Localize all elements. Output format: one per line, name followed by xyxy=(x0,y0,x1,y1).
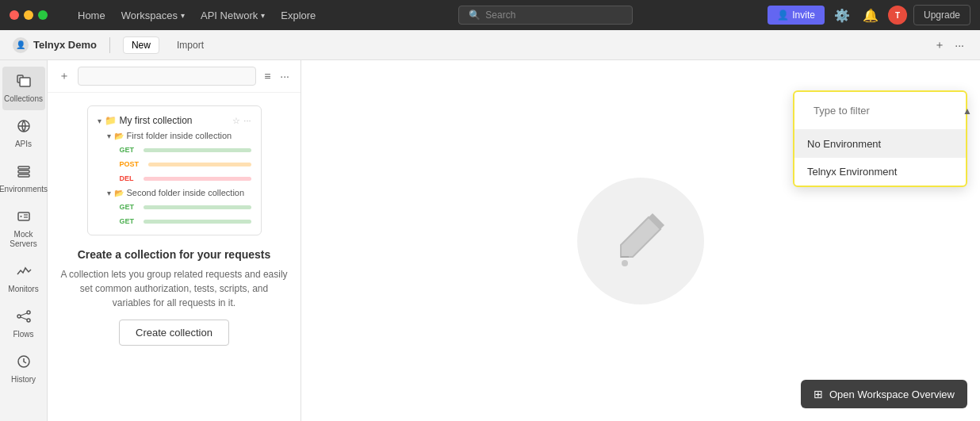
request-row: POST xyxy=(113,157,255,171)
sidebar-item-collections[interactable]: Collections xyxy=(2,67,45,110)
toggle-icon: ▾ xyxy=(98,117,101,125)
workspace-icon: ⊞ xyxy=(813,388,823,400)
request-row: DEL xyxy=(113,171,255,186)
import-button[interactable]: Import xyxy=(169,37,212,53)
request-line xyxy=(148,163,251,166)
titlebar-nav: Home Workspaces ▾ API Network ▾ Explore xyxy=(70,6,323,25)
divider xyxy=(109,37,110,53)
panel-content: ▾ 📁 My first collection ☆ ··· ▾ 📂 First … xyxy=(48,93,301,421)
nav-home[interactable]: Home xyxy=(70,6,113,25)
svg-point-18 xyxy=(622,260,628,266)
workspace-bar: 👤 Telnyx Demo New Import ＋ ··· xyxy=(0,30,980,60)
sidebar: Collections APIs Environmen xyxy=(0,60,48,421)
search-area: 🔍 Search xyxy=(330,6,761,25)
request-row: GET xyxy=(113,214,255,228)
request-line xyxy=(144,220,251,224)
collections-search-input[interactable] xyxy=(78,67,256,86)
notifications-button[interactable]: 🔔 xyxy=(859,5,882,26)
add-tab-button[interactable]: ＋ xyxy=(931,35,948,55)
settings-button[interactable]: ⚙️ xyxy=(831,5,853,26)
svg-point-8 xyxy=(20,216,21,217)
method-get: GET xyxy=(117,216,138,226)
environment-option-none[interactable]: No Environment xyxy=(794,130,966,158)
new-button[interactable]: New xyxy=(123,36,159,54)
nav-api-network[interactable]: API Network ▾ xyxy=(193,6,273,25)
nav-workspaces[interactable]: Workspaces ▾ xyxy=(113,6,193,25)
svg-rect-1 xyxy=(20,78,30,86)
sidebar-item-mock-servers[interactable]: Mock Servers xyxy=(2,202,45,255)
add-collection-button[interactable]: ＋ xyxy=(57,67,71,85)
star-icon: ☆ xyxy=(232,116,240,126)
environment-dropdown: ▲ No Environment Telnyx Environment xyxy=(793,90,967,187)
toggle-icon: ▾ xyxy=(107,132,111,140)
workspace-user[interactable]: 👤 Telnyx Demo xyxy=(13,37,97,53)
sidebar-item-flows[interactable]: Flows xyxy=(2,302,45,346)
chevron-down-icon: ▾ xyxy=(181,11,185,20)
environments-icon xyxy=(16,163,32,183)
request-row: GET xyxy=(113,143,255,157)
monitors-label: Monitors xyxy=(8,285,38,294)
sort-button[interactable]: ≡ xyxy=(262,68,272,84)
request-row: GET xyxy=(113,200,255,214)
illustration xyxy=(577,178,704,304)
apis-icon xyxy=(16,118,32,138)
upgrade-button[interactable]: Upgrade xyxy=(913,5,970,25)
environments-label: Environments xyxy=(0,185,48,194)
sidebar-item-history[interactable]: History xyxy=(2,347,45,391)
minimize-button[interactable] xyxy=(24,10,33,20)
method-get: GET xyxy=(117,202,138,212)
more-options-button[interactable]: ··· xyxy=(951,36,967,55)
create-collection-button[interactable]: Create collection xyxy=(119,320,229,346)
workspace-overview-button[interactable]: ⊞ Open Workspace Overview xyxy=(801,380,967,408)
close-button[interactable] xyxy=(10,10,19,20)
apis-label: APIs xyxy=(15,140,32,149)
environment-filter-input[interactable] xyxy=(804,98,956,123)
mock-servers-label: Mock Servers xyxy=(6,230,42,249)
avatar[interactable]: T xyxy=(888,6,907,25)
nav-explore[interactable]: Explore xyxy=(273,6,323,25)
flows-label: Flows xyxy=(13,330,33,339)
titlebar: Home Workspaces ▾ API Network ▾ Explore … xyxy=(0,0,980,30)
environment-option-telnyx[interactable]: Telnyx Environment xyxy=(794,158,966,186)
collection-preview: ▾ 📁 My first collection ☆ ··· ▾ 📂 First … xyxy=(87,105,262,235)
titlebar-right: 👤 Invite ⚙️ 🔔 T Upgrade xyxy=(768,5,970,26)
collections-label: Collections xyxy=(4,94,43,104)
request-line xyxy=(144,205,251,209)
svg-line-14 xyxy=(21,313,27,316)
folder-row-1: ▾ 📂 First folder inside collection xyxy=(104,128,255,143)
method-delete: DEL xyxy=(117,174,137,183)
main-layout: Collections APIs Environmen xyxy=(0,60,980,421)
collections-icon xyxy=(16,73,32,93)
folder-row-2: ▾ 📂 Second folder inside collection xyxy=(104,186,255,200)
method-post: POST xyxy=(117,159,143,169)
chevron-up-icon[interactable]: ▲ xyxy=(963,105,972,117)
collection-row: ▾ 📁 My first collection ☆ ··· xyxy=(94,113,255,128)
invite-button[interactable]: 👤 Invite xyxy=(768,6,825,25)
workspace-right: ＋ ··· xyxy=(931,35,967,55)
svg-point-11 xyxy=(17,315,21,318)
dropdown-search-area: ▲ xyxy=(794,92,966,130)
svg-point-12 xyxy=(27,311,30,314)
mock-servers-icon xyxy=(16,209,32,228)
invite-icon: 👤 xyxy=(777,10,789,21)
sidebar-item-monitors[interactable]: Monitors xyxy=(2,257,45,300)
search-placeholder: Search xyxy=(485,10,515,21)
chevron-down-icon: ▾ xyxy=(261,11,265,20)
svg-point-13 xyxy=(27,319,30,322)
panel-main-text: Create a collection for your requests A … xyxy=(60,248,288,310)
search-icon: 🔍 xyxy=(469,10,480,21)
monitors-icon xyxy=(16,263,32,283)
main-content: ▲ No Environment Telnyx Environment ⊞ Op… xyxy=(301,60,980,421)
method-get: GET xyxy=(117,145,138,155)
svg-rect-7 xyxy=(18,212,29,220)
request-line xyxy=(144,148,251,152)
sidebar-item-apis[interactable]: APIs xyxy=(2,112,45,155)
maximize-button[interactable] xyxy=(38,10,48,20)
sidebar-item-environments[interactable]: Environments xyxy=(2,157,45,201)
more-button[interactable]: ··· xyxy=(278,68,291,84)
panel-description: A collection lets you group related requ… xyxy=(60,267,288,310)
history-icon xyxy=(16,354,32,373)
options-icon: ··· xyxy=(243,116,251,125)
svg-rect-4 xyxy=(18,166,29,169)
search-box[interactable]: 🔍 Search xyxy=(458,6,633,25)
